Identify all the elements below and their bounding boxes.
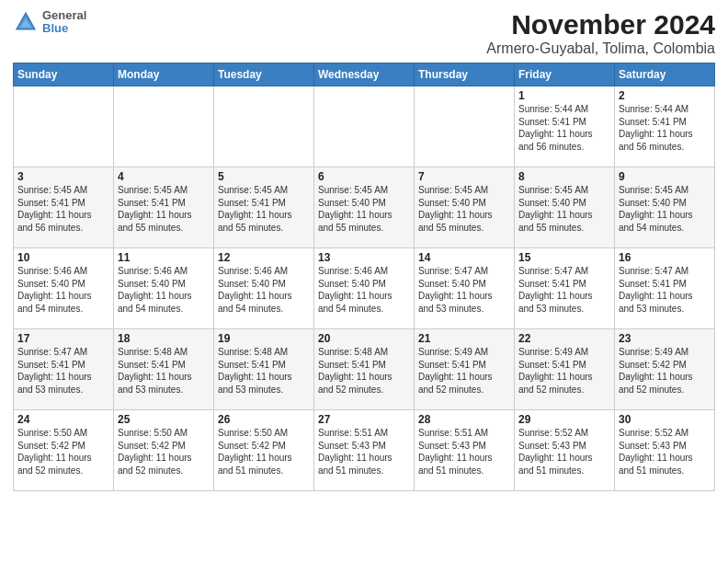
day-cell: 4Sunrise: 5:45 AM Sunset: 5:41 PM Daylig… <box>114 167 214 248</box>
week-row-0: 1Sunrise: 5:44 AM Sunset: 5:41 PM Daylig… <box>14 86 715 167</box>
day-info: Sunrise: 5:47 AM Sunset: 5:41 PM Dayligh… <box>17 346 109 396</box>
calendar-header: SundayMondayTuesdayWednesdayThursdayFrid… <box>14 63 715 86</box>
day-info: Sunrise: 5:50 AM Sunset: 5:42 PM Dayligh… <box>17 427 109 477</box>
header-cell-thursday: Thursday <box>415 63 515 86</box>
day-cell: 12Sunrise: 5:46 AM Sunset: 5:40 PM Dayli… <box>214 248 314 329</box>
day-number: 26 <box>218 413 310 426</box>
day-cell: 3Sunrise: 5:45 AM Sunset: 5:41 PM Daylig… <box>14 167 114 248</box>
day-cell: 6Sunrise: 5:45 AM Sunset: 5:40 PM Daylig… <box>314 167 415 248</box>
day-cell: 17Sunrise: 5:47 AM Sunset: 5:41 PM Dayli… <box>14 329 114 410</box>
day-info: Sunrise: 5:47 AM Sunset: 5:40 PM Dayligh… <box>418 265 510 315</box>
day-cell: 8Sunrise: 5:45 AM Sunset: 5:40 PM Daylig… <box>515 167 615 248</box>
day-number: 29 <box>518 413 610 426</box>
day-cell: 25Sunrise: 5:50 AM Sunset: 5:42 PM Dayli… <box>114 410 214 491</box>
page: General Blue November 2024 Armero-Guyaba… <box>0 0 728 563</box>
day-cell: 13Sunrise: 5:46 AM Sunset: 5:40 PM Dayli… <box>314 248 415 329</box>
day-number: 30 <box>619 413 711 426</box>
day-number: 28 <box>418 413 510 426</box>
day-info: Sunrise: 5:50 AM Sunset: 5:42 PM Dayligh… <box>218 427 310 477</box>
day-number: 21 <box>418 332 510 345</box>
day-cell: 29Sunrise: 5:52 AM Sunset: 5:43 PM Dayli… <box>515 410 615 491</box>
day-info: Sunrise: 5:44 AM Sunset: 5:41 PM Dayligh… <box>619 103 711 153</box>
day-info: Sunrise: 5:46 AM Sunset: 5:40 PM Dayligh… <box>118 265 210 315</box>
logo-text: General Blue <box>42 9 86 36</box>
day-cell: 27Sunrise: 5:51 AM Sunset: 5:43 PM Dayli… <box>314 410 415 491</box>
day-info: Sunrise: 5:49 AM Sunset: 5:41 PM Dayligh… <box>418 346 510 396</box>
logo-line2: Blue <box>42 22 86 35</box>
header-cell-sunday: Sunday <box>14 63 114 86</box>
day-info: Sunrise: 5:48 AM Sunset: 5:41 PM Dayligh… <box>218 346 310 396</box>
day-info: Sunrise: 5:49 AM Sunset: 5:41 PM Dayligh… <box>518 346 610 396</box>
calendar-table: SundayMondayTuesdayWednesdayThursdayFrid… <box>13 63 715 491</box>
day-info: Sunrise: 5:45 AM Sunset: 5:40 PM Dayligh… <box>318 184 410 234</box>
day-number: 8 <box>518 170 610 183</box>
day-number: 1 <box>518 89 610 102</box>
day-info: Sunrise: 5:48 AM Sunset: 5:41 PM Dayligh… <box>118 346 210 396</box>
day-number: 10 <box>17 251 109 264</box>
header-cell-friday: Friday <box>515 63 615 86</box>
header-cell-monday: Monday <box>114 63 214 86</box>
day-info: Sunrise: 5:46 AM Sunset: 5:40 PM Dayligh… <box>17 265 109 315</box>
day-info: Sunrise: 5:45 AM Sunset: 5:40 PM Dayligh… <box>418 184 510 234</box>
header-row: SundayMondayTuesdayWednesdayThursdayFrid… <box>14 63 715 86</box>
day-cell <box>114 86 214 167</box>
logo: General Blue <box>13 9 86 36</box>
day-info: Sunrise: 5:44 AM Sunset: 5:41 PM Dayligh… <box>518 103 610 153</box>
day-info: Sunrise: 5:49 AM Sunset: 5:42 PM Dayligh… <box>619 346 711 396</box>
day-cell: 11Sunrise: 5:46 AM Sunset: 5:40 PM Dayli… <box>114 248 214 329</box>
day-cell: 15Sunrise: 5:47 AM Sunset: 5:41 PM Dayli… <box>515 248 615 329</box>
day-number: 13 <box>318 251 410 264</box>
day-number: 20 <box>318 332 410 345</box>
day-number: 17 <box>17 332 109 345</box>
header-cell-saturday: Saturday <box>615 63 715 86</box>
day-info: Sunrise: 5:45 AM Sunset: 5:40 PM Dayligh… <box>619 184 711 234</box>
day-number: 6 <box>318 170 410 183</box>
week-row-1: 3Sunrise: 5:45 AM Sunset: 5:41 PM Daylig… <box>14 167 715 248</box>
day-info: Sunrise: 5:47 AM Sunset: 5:41 PM Dayligh… <box>518 265 610 315</box>
day-info: Sunrise: 5:45 AM Sunset: 5:40 PM Dayligh… <box>518 184 610 234</box>
day-cell: 28Sunrise: 5:51 AM Sunset: 5:43 PM Dayli… <box>415 410 515 491</box>
day-cell: 2Sunrise: 5:44 AM Sunset: 5:41 PM Daylig… <box>615 86 715 167</box>
calendar-subtitle: Armero-Guyabal, Tolima, Colombia <box>486 40 715 57</box>
day-cell: 21Sunrise: 5:49 AM Sunset: 5:41 PM Dayli… <box>415 329 515 410</box>
day-cell <box>314 86 415 167</box>
day-cell: 1Sunrise: 5:44 AM Sunset: 5:41 PM Daylig… <box>515 86 615 167</box>
day-info: Sunrise: 5:45 AM Sunset: 5:41 PM Dayligh… <box>118 184 210 234</box>
day-number: 4 <box>118 170 210 183</box>
header-cell-wednesday: Wednesday <box>314 63 415 86</box>
title-block: November 2024 Armero-Guyabal, Tolima, Co… <box>486 9 715 57</box>
day-info: Sunrise: 5:52 AM Sunset: 5:43 PM Dayligh… <box>619 427 711 477</box>
day-number: 18 <box>118 332 210 345</box>
day-number: 19 <box>218 332 310 345</box>
day-info: Sunrise: 5:50 AM Sunset: 5:42 PM Dayligh… <box>118 427 210 477</box>
day-number: 11 <box>118 251 210 264</box>
day-cell: 24Sunrise: 5:50 AM Sunset: 5:42 PM Dayli… <box>14 410 114 491</box>
day-cell: 10Sunrise: 5:46 AM Sunset: 5:40 PM Dayli… <box>14 248 114 329</box>
day-info: Sunrise: 5:45 AM Sunset: 5:41 PM Dayligh… <box>218 184 310 234</box>
header-cell-tuesday: Tuesday <box>214 63 314 86</box>
day-cell: 7Sunrise: 5:45 AM Sunset: 5:40 PM Daylig… <box>415 167 515 248</box>
day-info: Sunrise: 5:46 AM Sunset: 5:40 PM Dayligh… <box>318 265 410 315</box>
day-number: 16 <box>619 251 711 264</box>
day-cell: 16Sunrise: 5:47 AM Sunset: 5:41 PM Dayli… <box>615 248 715 329</box>
day-number: 2 <box>619 89 711 102</box>
day-number: 12 <box>218 251 310 264</box>
day-cell: 23Sunrise: 5:49 AM Sunset: 5:42 PM Dayli… <box>615 329 715 410</box>
day-number: 3 <box>17 170 109 183</box>
day-cell: 5Sunrise: 5:45 AM Sunset: 5:41 PM Daylig… <box>214 167 314 248</box>
day-cell <box>214 86 314 167</box>
day-number: 7 <box>418 170 510 183</box>
day-info: Sunrise: 5:46 AM Sunset: 5:40 PM Dayligh… <box>218 265 310 315</box>
day-cell: 14Sunrise: 5:47 AM Sunset: 5:40 PM Dayli… <box>415 248 515 329</box>
day-info: Sunrise: 5:48 AM Sunset: 5:41 PM Dayligh… <box>318 346 410 396</box>
day-number: 25 <box>118 413 210 426</box>
day-cell: 22Sunrise: 5:49 AM Sunset: 5:41 PM Dayli… <box>515 329 615 410</box>
day-cell <box>14 86 114 167</box>
day-number: 22 <box>518 332 610 345</box>
day-number: 15 <box>518 251 610 264</box>
day-info: Sunrise: 5:52 AM Sunset: 5:43 PM Dayligh… <box>518 427 610 477</box>
day-cell: 18Sunrise: 5:48 AM Sunset: 5:41 PM Dayli… <box>114 329 214 410</box>
day-number: 24 <box>17 413 109 426</box>
calendar-title: November 2024 <box>486 9 715 40</box>
calendar-body: 1Sunrise: 5:44 AM Sunset: 5:41 PM Daylig… <box>14 86 715 491</box>
